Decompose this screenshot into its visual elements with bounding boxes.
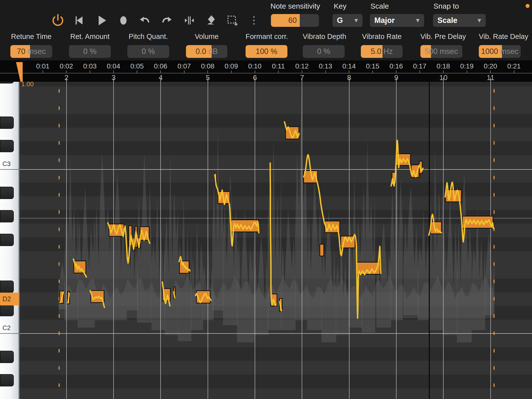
black-key[interactable] <box>0 374 14 386</box>
black-key[interactable] <box>0 234 14 246</box>
black-key[interactable] <box>0 351 14 363</box>
time-tick <box>278 70 279 73</box>
more-options-button[interactable] <box>247 14 261 27</box>
note-block[interactable] <box>419 161 423 174</box>
note-block[interactable] <box>135 226 137 248</box>
param-field-volume[interactable]: 0.0 dB <box>186 45 227 58</box>
param-label-vibrato-depth: Vibrato Depth <box>303 33 345 41</box>
note-block[interactable] <box>324 221 340 233</box>
black-key[interactable] <box>0 281 14 293</box>
timeline-ruler[interactable]: 0:010:020:030:040:050:060:070:080:090:10… <box>0 60 532 82</box>
black-key[interactable] <box>0 116 14 129</box>
note-block[interactable] <box>445 189 462 202</box>
note-sensitivity-slider[interactable]: 60 <box>271 14 319 27</box>
time-label: 0:08 <box>201 62 215 70</box>
ruler-separator <box>0 73 532 73</box>
time-label: 0:05 <box>130 62 144 70</box>
param-field-vibrato-rate[interactable]: 5.0 Hz <box>361 45 403 58</box>
param-field-vib-rate-delay[interactable]: 1000 msec <box>479 45 521 58</box>
key-label: Key <box>334 2 347 11</box>
black-key[interactable] <box>0 304 14 316</box>
time-tick <box>113 70 114 73</box>
record-button[interactable] <box>116 14 130 27</box>
note-block[interactable] <box>67 291 70 304</box>
note-block[interactable] <box>319 244 324 256</box>
note-block[interactable] <box>356 262 380 275</box>
piano-keyboard[interactable]: C3C2D2 <box>0 82 19 399</box>
undo-button[interactable] <box>138 14 152 27</box>
note-block[interactable] <box>270 294 277 306</box>
note-block[interactable] <box>285 126 299 139</box>
note-block[interactable] <box>462 216 493 229</box>
param-field-retune-time[interactable]: 70 msec <box>10 45 52 58</box>
snap-to-dropdown[interactable]: Scale ▼ <box>433 14 486 27</box>
piano-roll-editor[interactable]: 1.00 C3C2D2 <box>0 82 532 399</box>
note-block[interactable] <box>215 172 217 186</box>
bar-tick <box>349 78 349 82</box>
time-tick <box>443 70 444 73</box>
clip-bound-tick <box>59 349 60 352</box>
power-button[interactable] <box>51 14 65 27</box>
key-value: G <box>337 14 343 27</box>
param-value: 0 % <box>69 45 111 58</box>
marquee-select-button[interactable] <box>225 14 239 27</box>
scale-label: Scale <box>370 2 389 11</box>
param-label-vib-rate-delay: Vib. Rate Delay <box>479 33 521 41</box>
note-block[interactable] <box>140 226 150 241</box>
bar-line <box>443 82 444 399</box>
param-field-vib-pre-delay[interactable]: 500 msec <box>420 45 462 58</box>
note-block[interactable] <box>109 224 124 237</box>
clip-bound-tick <box>494 366 495 370</box>
key-label-d2: D2 <box>2 295 11 303</box>
note-block[interactable] <box>162 288 171 301</box>
key-label-c3: C3 <box>2 160 11 168</box>
clip-bound-tick <box>494 332 495 335</box>
bar-line <box>66 82 67 399</box>
pitch-row <box>20 388 532 399</box>
octave-separator <box>0 169 19 170</box>
note-block[interactable] <box>392 172 396 185</box>
black-key[interactable] <box>0 140 14 152</box>
note-block[interactable] <box>179 261 189 274</box>
undo-icon <box>138 14 152 27</box>
black-key[interactable] <box>0 187 14 199</box>
pitch-row <box>20 306 532 320</box>
clip-bound-tick <box>59 124 60 127</box>
note-block[interactable] <box>132 237 135 251</box>
eraser-button[interactable] <box>204 14 218 27</box>
play-button[interactable] <box>94 14 108 27</box>
note-block[interactable] <box>173 286 176 299</box>
note-block[interactable] <box>303 170 318 183</box>
selected-key-highlight[interactable]: D2 <box>0 293 20 305</box>
note-block[interactable] <box>340 236 355 248</box>
param-field-pitch-quant-[interactable]: 0 % <box>127 45 169 58</box>
param-label-vib-pre-delay: Vib. Pre Delay <box>420 33 462 41</box>
note-block[interactable] <box>90 290 104 303</box>
note-block[interactable] <box>279 298 283 312</box>
note-block[interactable] <box>59 291 64 304</box>
param-field-formant-corr-[interactable]: 100 % <box>246 45 287 58</box>
black-key[interactable] <box>0 82 14 83</box>
note-block[interactable] <box>430 221 442 234</box>
note-block[interactable] <box>231 219 259 232</box>
note-block[interactable] <box>217 191 230 204</box>
clip-bound-tick <box>59 89 60 93</box>
time-tick <box>467 70 467 73</box>
key-dropdown[interactable]: G ▼ <box>332 14 363 27</box>
param-field-ret-amount[interactable]: 0 % <box>69 45 111 58</box>
time-tick <box>490 70 491 73</box>
note-block[interactable] <box>196 290 211 303</box>
time-label: 0:21 <box>507 62 521 70</box>
scale-value: Major <box>374 14 395 27</box>
note-block[interactable] <box>128 225 132 246</box>
scale-dropdown[interactable]: Major ▼ <box>370 14 424 27</box>
note-block[interactable] <box>73 261 86 273</box>
black-key[interactable] <box>0 210 14 222</box>
skip-to-start-button[interactable] <box>72 14 86 27</box>
redo-button[interactable] <box>160 14 174 27</box>
power-icon <box>51 14 65 27</box>
note-block[interactable] <box>396 153 411 166</box>
param-field-vibrato-depth[interactable]: 0 % <box>303 45 345 58</box>
note-block[interactable] <box>411 165 419 178</box>
split-note-button[interactable] <box>182 14 196 27</box>
